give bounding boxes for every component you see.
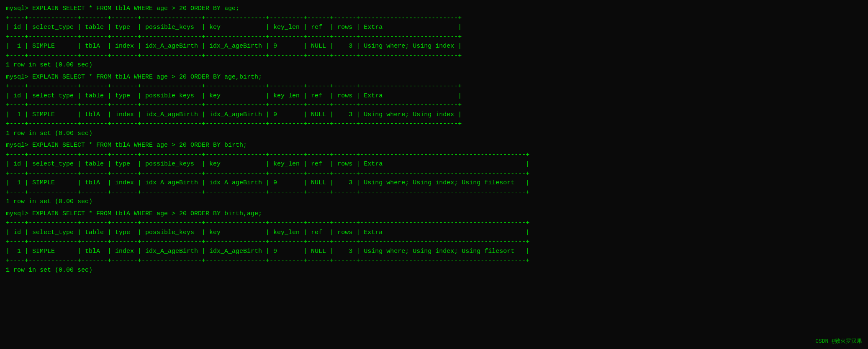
command-1: mysql> EXPLAIN SELECT * FROM tblA WHERE … [6, 4, 862, 14]
separator3-1: +----+-------------+-------+-------+----… [6, 51, 862, 61]
query-block-3: mysql> EXPLAIN SELECT * FROM tblA WHERE … [6, 141, 862, 207]
data-row-2: | 1 | SIMPLE | tblA | index | idx_A_ageB… [6, 110, 862, 120]
header-3: | id | select_type | table | type | poss… [6, 160, 862, 169]
terminal: mysql> EXPLAIN SELECT * FROM tblA WHERE … [6, 4, 862, 275]
command-3: mysql> EXPLAIN SELECT * FROM tblA WHERE … [6, 141, 862, 150]
watermark: CSDN @败火罗汉果 [815, 337, 862, 345]
result-3: 1 row in set (0.00 sec) [6, 197, 862, 207]
separator3-2: +----+-------------+-------+-------+----… [6, 120, 862, 129]
result-4: 1 row in set (0.00 sec) [6, 266, 862, 275]
separator3-3: +----+-------------+-------+-------+----… [6, 188, 862, 198]
separator2-3: +----+-------------+-------+-------+----… [6, 169, 862, 179]
header-2: | id | select_type | table | type | poss… [6, 92, 862, 101]
command-2: mysql> EXPLAIN SELECT * FROM tblA WHERE … [6, 73, 862, 82]
separator3-4: +----+-------------+-------+-------+----… [6, 256, 862, 266]
header-4: | id | select_type | table | type | poss… [6, 228, 862, 238]
separator2-1: +----+-------------+-------+-------+----… [6, 33, 862, 42]
command-4: mysql> EXPLAIN SELECT * FROM tblA WHERE … [6, 209, 862, 219]
query-block-1: mysql> EXPLAIN SELECT * FROM tblA WHERE … [6, 4, 862, 70]
separator1-4: +----+-------------+-------+-------+----… [6, 219, 862, 228]
result-2: 1 row in set (0.00 sec) [6, 129, 862, 139]
separator1-1: +----+-------------+-------+-------+----… [6, 14, 862, 23]
separator1-3: +----+-------------+-------+-------+----… [6, 150, 862, 160]
query-block-4: mysql> EXPLAIN SELECT * FROM tblA WHERE … [6, 209, 862, 275]
data-row-1: | 1 | SIMPLE | tblA | index | idx_A_ageB… [6, 42, 862, 51]
separator2-2: +----+-------------+-------+-------+----… [6, 101, 862, 110]
data-row-3: | 1 | SIMPLE | tblA | index | idx_A_ageB… [6, 178, 862, 188]
query-block-2: mysql> EXPLAIN SELECT * FROM tblA WHERE … [6, 73, 862, 139]
data-row-4: | 1 | SIMPLE | tblA | index | idx_A_ageB… [6, 247, 862, 257]
result-1: 1 row in set (0.00 sec) [6, 61, 862, 70]
header-1: | id | select_type | table | type | poss… [6, 23, 862, 33]
separator1-2: +----+-------------+-------+-------+----… [6, 82, 862, 92]
separator2-4: +----+-------------+-------+-------+----… [6, 237, 862, 247]
